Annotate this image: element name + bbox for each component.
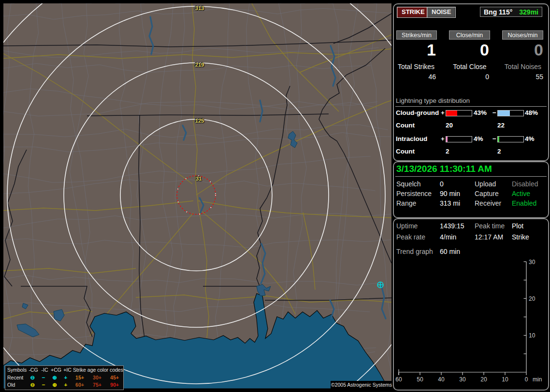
legend-col-neg-ic: -IC [39, 367, 50, 373]
map-canvas [3, 3, 391, 389]
age-code-15: 15+ [71, 375, 88, 380]
age-code-90: 90+ [106, 382, 123, 388]
plot-value: Plot [512, 222, 523, 230]
minus-sign: − [492, 109, 496, 116]
noises-per-min-value: 0 [503, 40, 543, 59]
old-pos-cg-icon: ⊕ [49, 381, 60, 388]
intracloud-plus-pct: 4% [474, 135, 483, 142]
legend-col-neg-cg: -CG [28, 367, 39, 373]
peak-rate-label: Peak rate [396, 233, 425, 241]
legend-age-header: Strike age color codes [73, 367, 123, 373]
old-neg-ic-icon: − [38, 382, 49, 388]
legend-old-row: Old ⊖ − ⊕ + 60+ 75+ 90+ [5, 381, 123, 388]
strike-marker-icon[interactable] [377, 282, 383, 288]
status-row: Squelch 0 Upload Disabled [394, 180, 548, 189]
uptime-row: Uptime 1439:15 Peak time Plot [394, 222, 548, 231]
status-row: Range 313 mi Receiver Enabled [394, 199, 548, 208]
recent-neg-ic-icon: − [38, 375, 49, 380]
app-window: 313 219 125 31 Symbols -CG -IC +CG +IC S… [0, 0, 550, 392]
peak-rate-value: 4/min [440, 233, 456, 241]
bearing-indicator: Bng 115° 329mi [480, 7, 542, 17]
intracloud-row: Intracloud + 4% − 4% [394, 135, 548, 143]
old-pos-ic-icon: + [60, 382, 71, 388]
intracloud-plus-bar [446, 136, 472, 142]
status-row: Persistence 90 min Capture Active [394, 190, 548, 198]
age-code-60: 60+ [71, 382, 88, 388]
strikes-per-min-value: 1 [396, 40, 436, 59]
uptime-value: 1439:15 [440, 222, 464, 230]
cloud-ground-label: Cloud-ground [396, 109, 439, 116]
legend-recent-label: Recent [5, 375, 27, 380]
legend-header-row: Symbols -CG -IC +CG +IC Strike age color… [5, 366, 123, 374]
plot-type-value: Strike [512, 233, 529, 241]
ring-label-125: 125 [195, 118, 204, 124]
svg-text:20: 20 [529, 295, 536, 302]
legend-old-label: Old [5, 382, 27, 388]
trend-graph-label: Trend graph [396, 248, 433, 255]
receiver-status: Enabled [512, 199, 536, 207]
upload-status: Disabled [512, 180, 538, 188]
upload-label: Upload [475, 180, 496, 188]
cloud-ground-plus-bar [446, 110, 472, 116]
intracloud-plus-count: 2 [446, 148, 449, 155]
total-close-label: Total Close [448, 63, 492, 71]
old-neg-cg-icon: ⊖ [27, 381, 38, 388]
peak-time-value: 12:17 AM [475, 233, 503, 241]
svg-text:min: min [533, 376, 542, 383]
trend-graph-row: Trend graph 60 min [394, 248, 548, 256]
intracloud-minus-count: 2 [497, 148, 501, 155]
cloud-ground-minus-count: 22 [497, 122, 505, 129]
ring-label-313: 313 [195, 5, 204, 11]
legend-symbols-header: Symbols [5, 367, 28, 373]
distribution-title: Lightning type distribution [396, 97, 470, 104]
age-code-30: 30+ [88, 375, 106, 380]
intracloud-minus-pct: 4% [525, 135, 535, 142]
intracloud-count-row: Count 2 2 [394, 148, 548, 155]
map-legend: Symbols -CG -IC +CG +IC Strike age color… [5, 365, 124, 390]
svg-text:60: 60 [395, 376, 402, 383]
total-strikes-value: 46 [396, 73, 436, 81]
lightning-map[interactable]: 313 219 125 31 Symbols -CG -IC +CG +IC S… [3, 3, 391, 389]
range-label: Range [396, 199, 416, 207]
svg-text:20: 20 [480, 376, 487, 383]
count-label: Count [396, 148, 415, 155]
noises-per-min-badge: Noises/min [502, 30, 543, 40]
svg-text:40: 40 [438, 376, 445, 383]
svg-text:30: 30 [459, 376, 466, 383]
peak-time-label: Peak time [475, 222, 505, 230]
close-per-min-badge: Close/min [449, 30, 490, 40]
status-panel: 3/13/2026 11:30:11 AM Squelch 0 Upload D… [393, 161, 549, 218]
cloud-ground-plus-count: 20 [446, 122, 453, 129]
uptime-label: Uptime [396, 222, 418, 230]
cloud-ground-minus-bar [497, 110, 524, 116]
strikes-per-min-badge: Strikes/min [396, 30, 437, 40]
status-divider [395, 176, 547, 177]
persistence-value: 90 min [440, 190, 460, 197]
count-label: Count [396, 122, 415, 129]
plus-sign: + [441, 135, 445, 142]
intracloud-label: Intracloud [396, 135, 427, 142]
minus-sign: − [492, 135, 496, 142]
counters-panel: STRIKE NOISE Bng 115° 329mi Strikes/min … [393, 3, 549, 161]
bearing-distance: 329mi [519, 8, 538, 16]
distribution-divider [395, 106, 547, 107]
total-noises-label: Total Noises [501, 63, 545, 71]
close-per-min-value: 0 [449, 40, 489, 59]
strike-button[interactable]: STRIKE [397, 7, 430, 18]
total-close-value: 0 [449, 73, 489, 81]
ring-label-219: 219 [195, 62, 204, 68]
noise-button[interactable]: NOISE [427, 7, 456, 18]
recent-pos-ic-icon: + [60, 375, 71, 380]
legend-recent-row: Recent ⊖ − ⊕ + 15+ 30+ 45+ [5, 374, 123, 381]
age-code-75: 75+ [88, 382, 106, 388]
total-strikes-label: Total Strikes [395, 63, 437, 71]
copyright-text: ©2005 Astrogenic Systems [331, 381, 392, 389]
legend-col-pos-ic: +IC [62, 367, 73, 373]
peak-rate-row: Peak rate 4/min 12:17 AM Strike [394, 233, 548, 242]
cloud-ground-plus-pct: 43% [474, 109, 487, 116]
squelch-label: Squelch [396, 180, 421, 188]
squelch-value: 0 [440, 180, 444, 188]
trend-graph-window: 60 min [440, 248, 460, 255]
cloud-ground-row: Cloud-ground + 43% − 48% [394, 109, 548, 117]
svg-text:30: 30 [529, 259, 536, 266]
